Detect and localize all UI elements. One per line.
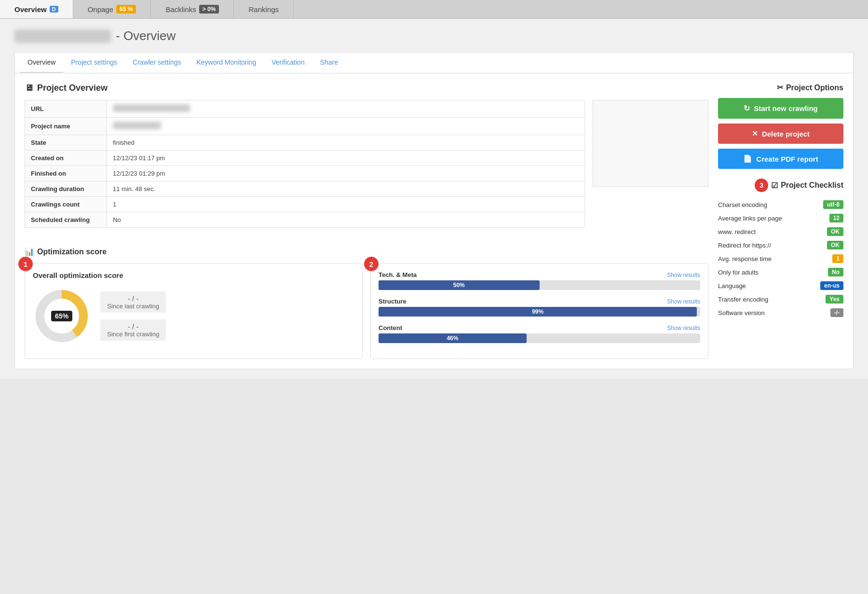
checklist-item-language: Language en-us [718, 279, 843, 292]
checklist-response-badge: 1 [832, 254, 843, 263]
inner-tab-crawler-settings[interactable]: Crawler settings [125, 53, 189, 73]
row-label: Scheduled crawling [25, 212, 107, 228]
content-left: 🖥 Project Overview URL [25, 83, 708, 359]
table-row: Scheduled crawling No [25, 212, 585, 228]
tab-overview[interactable]: Overview D [0, 0, 73, 18]
donut-area: 65% - / - Since last crawling - / [33, 287, 354, 345]
delete-project-label: Delete project [762, 130, 810, 138]
bar-chart-icon: 📊 [25, 247, 34, 256]
checklist-software-label: Software version [718, 309, 765, 317]
inner-tab-share[interactable]: Share [312, 53, 346, 73]
checklist-language-label: Language [718, 282, 746, 290]
bar-content-show-results[interactable]: Show results [667, 325, 700, 332]
overall-score-card: 1 Overall optimization score 65% [25, 263, 363, 359]
create-pdf-label: Create PDF report [756, 155, 818, 163]
inner-tab-crawler-settings-label: Crawler settings [133, 58, 181, 66]
checklist-checkmark-icon: ☑ [771, 181, 778, 190]
bar-content-fill: 46% [379, 333, 527, 343]
inner-tab-overview[interactable]: Overview [20, 53, 63, 73]
table-row: State finished [25, 135, 585, 151]
content-right: ✂ Project Options ↻ Start new crawling ✕… [718, 83, 843, 359]
bar-tech-meta-label: Tech. & Meta [379, 271, 417, 278]
bar-tech-meta: Tech. & Meta Show results 50% [379, 271, 700, 290]
bar-tech-meta-track: 50% [379, 280, 700, 290]
info-table-wrapper: URL Project name State [25, 100, 585, 237]
inner-tab-project-settings[interactable]: Project settings [63, 53, 125, 73]
checklist-software-badge: -/- [830, 308, 843, 317]
refresh-icon: ↻ [744, 104, 750, 113]
row-value-url [107, 100, 585, 118]
card1-title: Overall optimization score [33, 271, 354, 279]
row-value-created: 12/12/23 01:17 pm [107, 151, 585, 166]
create-pdf-button[interactable]: 📄 Create PDF report [718, 149, 843, 169]
bars-card: 2 Tech. & Meta Show results 50% [370, 263, 708, 359]
x-icon: ✕ [752, 129, 758, 138]
checklist-transfer-label: Transfer encoding [718, 296, 768, 303]
project-info-area: URL Project name State [25, 100, 708, 237]
checklist-charset-badge: utf-8 [823, 200, 843, 209]
row-value-count: 1 [107, 197, 585, 212]
row-label: State [25, 135, 107, 151]
checklist-https-label: Redirect for https:// [718, 242, 771, 249]
card-body: 🖥 Project Overview URL [15, 73, 853, 369]
bar-tech-meta-show-results[interactable]: Show results [667, 272, 700, 278]
tab-rankings[interactable]: Rankings [234, 0, 294, 18]
checklist-avg-links-badge: 12 [829, 214, 843, 222]
monitor-icon: 🖥 [25, 83, 33, 93]
project-name-blurred [14, 29, 111, 43]
bar-structure-track: 99% [379, 307, 700, 317]
bar-content-header: Content Show results [379, 324, 700, 332]
checklist-adults-label: Only for adults [718, 269, 759, 276]
opt-section-heading-text: Optimization score [37, 248, 107, 256]
inner-tab-verification[interactable]: Verification [264, 53, 312, 73]
inner-tab-project-settings-label: Project settings [71, 58, 117, 66]
bar-structure: Structure Show results 99% [379, 298, 700, 317]
since-last-label: Since last crawling [107, 303, 159, 310]
row-value-finished: 12/12/23 01:29 pm [107, 166, 585, 181]
bar-content: Content Show results 46% [379, 324, 700, 343]
table-row: Crawling duration 11 min. 48 sec. [25, 181, 585, 197]
start-crawling-button[interactable]: ↻ Start new crawling [718, 98, 843, 119]
row-label: Crawling duration [25, 181, 107, 197]
project-overview-heading: 🖥 Project Overview [25, 83, 708, 93]
project-options-label: Project Options [786, 83, 843, 92]
table-row: Crawlings count 1 [25, 197, 585, 212]
table-row: Created on 12/12/23 01:17 pm [25, 151, 585, 166]
checklist-item-response-time: Avg. response time 1 [718, 252, 843, 265]
bar-structure-show-results[interactable]: Show results [667, 298, 700, 305]
tab-onpage[interactable]: Onpage 65 % [73, 0, 151, 18]
table-row: Finished on 12/12/23 01:29 pm [25, 166, 585, 181]
checklist-item-adults: Only for adults No [718, 265, 843, 279]
since-first-label: Since first crawling [107, 331, 159, 338]
optimization-score-section: 📊 Optimization score 1 Overall optimizat… [25, 247, 708, 359]
start-crawling-label: Start new crawling [754, 104, 818, 112]
project-checklist: 3 ☑ Project Checklist Charset encoding u… [718, 179, 843, 319]
checklist-language-badge: en-us [820, 281, 843, 290]
card1-number: 1 [18, 257, 33, 271]
opt-section-title: 📊 Optimization score [25, 247, 708, 256]
name-blurred [113, 122, 161, 129]
tab-rankings-label: Rankings [248, 5, 279, 14]
row-label: Finished on [25, 166, 107, 181]
url-blurred [113, 104, 190, 112]
tab-backlinks[interactable]: Backlinks > 0% [151, 0, 234, 18]
checklist-charset-label: Charset encoding [718, 201, 767, 208]
bar-tech-meta-header: Tech. & Meta Show results [379, 271, 700, 278]
page-title: - Overview [14, 28, 854, 43]
since-last-box: - / - Since last crawling [100, 291, 166, 313]
inner-tab-keyword-monitoring[interactable]: Keyword Monitoring [189, 53, 264, 73]
bar-content-track: 46% [379, 333, 700, 343]
checklist-www-badge: OK [827, 227, 843, 236]
content-grid: 🖥 Project Overview URL [25, 83, 843, 359]
since-first-box: - / - Since first crawling [100, 319, 166, 341]
card2-number: 2 [364, 257, 379, 271]
checklist-avg-links-label: Average links per page [718, 215, 782, 222]
row-label: Crawlings count [25, 197, 107, 212]
inner-tab-bar: Overview Project settings Crawler settin… [15, 53, 853, 73]
checklist-item-www-redirect: www. redirect OK [718, 225, 843, 238]
checklist-response-label: Avg. response time [718, 255, 772, 262]
tab-backlinks-badge: > 0% [199, 5, 219, 14]
delete-project-button[interactable]: ✕ Delete project [718, 124, 843, 144]
checklist-title-text: Project Checklist [781, 181, 843, 190]
row-value-duration: 11 min. 48 sec. [107, 181, 585, 197]
